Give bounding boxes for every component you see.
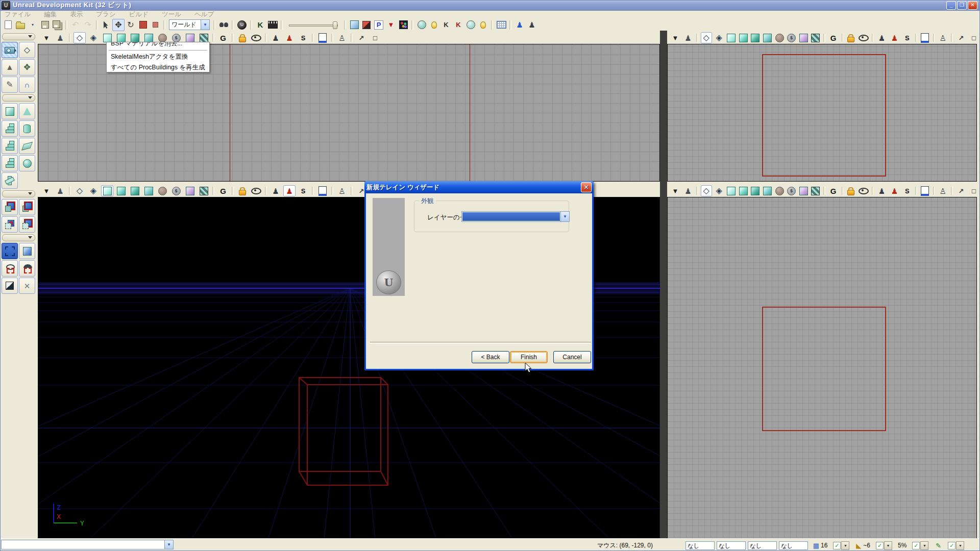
brush-polys-viewport-toggle[interactable] <box>920 32 930 43</box>
chevron-down-icon[interactable]: ▼ <box>201 20 209 30</box>
static-mesh-mode-button[interactable]: ✎ <box>2 77 18 93</box>
light-complexity-mode-button[interactable] <box>774 32 785 43</box>
builder-cone-button[interactable] <box>19 103 35 119</box>
checkbox-checked-icon[interactable]: ✓ <box>912 542 920 549</box>
toolgroup-modes-header[interactable] <box>2 33 35 40</box>
light-complexity-mode-button[interactable] <box>774 185 785 196</box>
shader-complexity-mode-button[interactable]: $ <box>786 32 797 43</box>
scale-tool-button[interactable] <box>137 19 149 31</box>
builder-spiral-staircase-button[interactable] <box>2 155 18 171</box>
game-view-toggle-button[interactable]: ♟ <box>283 32 296 43</box>
select-tool-button[interactable] <box>100 19 112 31</box>
builder-cube-button[interactable] <box>2 103 18 119</box>
material-quality-button[interactable] <box>397 19 409 31</box>
texture-density-mode-button[interactable] <box>798 185 809 196</box>
lit-mode-button[interactable] <box>115 185 127 196</box>
show-flags-button[interactable] <box>858 32 869 43</box>
menu-edit[interactable]: 編集 <box>44 10 57 19</box>
menu-view[interactable]: 表示 <box>70 10 83 19</box>
float-viewport-button[interactable]: ↗ <box>355 32 368 43</box>
world-transform-combo[interactable]: ワールド▼ <box>169 19 210 30</box>
texture-dependency-mode-button[interactable] <box>810 185 821 196</box>
play-in-editor-button[interactable]: ♟ <box>513 19 526 31</box>
snap-none-box[interactable]: なし <box>717 541 746 550</box>
restore-button[interactable]: ❐ <box>957 1 967 10</box>
brush-wireframe-mode-button[interactable]: ◇ <box>74 185 86 196</box>
open-dropdown-button[interactable]: ▾ <box>27 19 39 31</box>
viewport-front-ortho[interactable] <box>667 44 977 182</box>
shader-complexity-mode-button[interactable]: $ <box>786 185 797 196</box>
publish-button[interactable]: P <box>373 19 385 31</box>
lit-mode-button[interactable] <box>738 185 749 196</box>
context-menu-item[interactable]: SkeletalMeshアクタを置換 <box>107 52 209 62</box>
brush-polys-toggle[interactable] <box>348 19 360 31</box>
wireframe-mode-button[interactable]: ◈ <box>87 185 100 196</box>
lock-viewport-button[interactable] <box>846 185 856 196</box>
brush-wireframe-mode-button[interactable]: ◇ <box>74 32 86 43</box>
scale-grid-toggle[interactable]: ✓ ▼ <box>912 541 928 550</box>
autosave-toggle[interactable]: ✓ ▼ <box>948 541 964 550</box>
squint-mode-button[interactable]: S <box>901 185 913 196</box>
prefab-lock-toggle[interactable] <box>360 19 373 31</box>
maximize-viewport-button[interactable]: ♟ <box>54 32 66 43</box>
context-menu-item[interactable]: すべての ProcBuildings を再生成 <box>107 62 209 72</box>
drag-grid-toggle[interactable]: ✓ ▼ <box>833 541 849 550</box>
chevron-down-icon[interactable]: ▼ <box>841 541 849 550</box>
dialog-title-bar[interactable]: 新規テレイン ウィザード ✕ <box>364 181 594 193</box>
menu-tools[interactable]: ツール <box>162 10 181 19</box>
decal-mode-button[interactable]: ▼ <box>385 19 397 31</box>
show-flags-button[interactable] <box>858 185 869 196</box>
unlit-mode-button[interactable] <box>726 185 737 196</box>
show-flags-button[interactable] <box>250 32 262 43</box>
geometry-mode-button[interactable]: ∩ <box>19 77 35 93</box>
show-selected-only-button[interactable] <box>2 260 18 277</box>
toolgroup-csg-header[interactable] <box>2 190 35 197</box>
menu-build[interactable]: ビルド <box>129 10 149 19</box>
status-combo[interactable]: ▼ <box>1 540 174 549</box>
scale-nonuniform-button[interactable] <box>149 19 161 31</box>
menu-file[interactable]: ファイル <box>5 10 31 19</box>
lighting-only-mode-button[interactable] <box>762 185 773 196</box>
detail-lighting-mode-button[interactable] <box>750 185 761 196</box>
game-view-toggle-button[interactable]: ♟ <box>283 185 296 196</box>
select-inside-button[interactable] <box>2 243 18 259</box>
undo-button[interactable]: ↶ <box>69 19 82 31</box>
realtime-toggle-button[interactable]: ♟ <box>270 32 282 43</box>
builder-volumetric-button[interactable] <box>2 172 18 189</box>
kismet-button[interactable]: K <box>254 19 266 31</box>
csg-deintersect-button[interactable] <box>19 216 35 233</box>
build-options-button[interactable] <box>477 19 489 31</box>
float-viewport-button[interactable]: ↗ <box>955 185 967 196</box>
player-height-button[interactable]: ♙ <box>937 185 948 196</box>
toolgroup-primitives-header[interactable] <box>2 94 35 102</box>
game-mode-button[interactable]: G <box>828 185 839 196</box>
game-view-toggle-button[interactable]: ♟ <box>889 32 900 43</box>
checkbox-checked-icon[interactable]: ✓ <box>876 542 884 549</box>
float-viewport-button[interactable]: ↗ <box>955 32 967 43</box>
close-button[interactable]: ✕ <box>968 1 977 10</box>
lighting-only-mode-button[interactable] <box>142 185 155 196</box>
show-flags-button[interactable] <box>250 185 262 196</box>
player-height-button[interactable]: ♙ <box>937 32 948 43</box>
viewport-splitter[interactable] <box>660 31 667 539</box>
build-all-button[interactable] <box>464 19 477 31</box>
context-menu-item[interactable]: BSP マテリアルを消去... <box>107 42 209 49</box>
chevron-down-icon[interactable]: ▼ <box>884 541 892 550</box>
search-actors-button[interactable] <box>217 19 230 31</box>
squint-mode-button[interactable]: S <box>297 185 309 196</box>
player-height-button[interactable]: ♙ <box>336 185 348 196</box>
rotation-grid-toggle[interactable]: ✓ ▼ <box>876 541 892 550</box>
snap-none-box[interactable]: なし <box>779 541 808 550</box>
realtime-toggle-button[interactable]: ♟ <box>876 32 887 43</box>
chevron-down-icon[interactable]: ▼ <box>956 541 964 550</box>
toolgroup-selection-header[interactable] <box>2 234 35 241</box>
brush-polys-viewport-toggle[interactable] <box>316 185 329 196</box>
texture-dependency-mode-button[interactable] <box>198 185 210 196</box>
wireframe-mode-button[interactable]: ◈ <box>714 32 725 43</box>
terrain-mode-button[interactable]: ▲ <box>2 59 18 76</box>
brush-wireframe-mode-button[interactable]: ◇ <box>701 32 712 43</box>
lock-viewport-button[interactable] <box>846 32 856 43</box>
builder-linear-staircase-button[interactable] <box>2 138 18 154</box>
build-paths-button[interactable]: K <box>440 19 452 31</box>
fullscreen-button[interactable]: U <box>236 19 248 31</box>
